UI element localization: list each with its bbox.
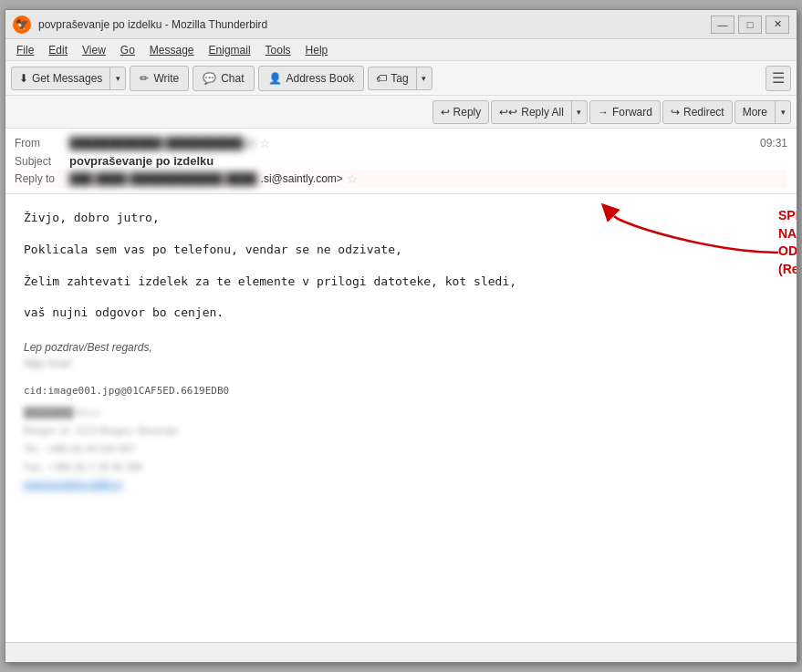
titlebar: 🦅 povpraševanje po izdelku - Mozilla Thu… — [5, 10, 797, 39]
email-paragraph2: Želim zahtevati izdelek za te elemente v… — [24, 273, 778, 292]
window-title: povpraševanje po izdelku - Mozilla Thund… — [38, 18, 711, 31]
signature-name: Mija Hrad — [24, 357, 778, 370]
reply-to-value: ███ ████ ████████████ ████ .si@saintly.c… — [69, 171, 384, 186]
from-value: ████████████ ██████████.si ☆ — [69, 136, 760, 150]
company-name: ███████ d.o.o. — [24, 404, 778, 422]
main-window: 🦅 povpraševanje po izdelku - Mozilla Thu… — [5, 9, 797, 663]
more-dropdown-icon[interactable]: ▾ — [776, 101, 790, 123]
menu-edit[interactable]: Edit — [41, 42, 75, 58]
cid-text: cid:image001.jpg@01CAF5ED.6619EDB0 — [24, 385, 778, 397]
tag-dropdown-icon[interactable]: ▾ — [417, 67, 432, 89]
write-label: Write — [153, 72, 179, 85]
toolbar-menu-button[interactable]: ☰ — [766, 66, 791, 91]
tag-button[interactable]: 🏷 Tag ▾ — [368, 67, 432, 90]
minimize-button[interactable]: — — [711, 16, 734, 34]
statusbar — [5, 642, 797, 662]
app-icon: 🦅 — [13, 16, 31, 34]
reply-label: Reply — [453, 106, 482, 119]
tag-label: Tag — [391, 72, 408, 85]
redirect-button[interactable]: ↪ Redirect — [662, 100, 733, 124]
menu-go[interactable]: Go — [113, 42, 142, 58]
signature-text: Lep pozdrav/Best regards, — [24, 341, 152, 354]
email-greeting: Živjo, dobro jutro, — [24, 209, 778, 228]
reply-to-star-icon[interactable]: ☆ — [347, 171, 359, 186]
reply-to-row: Reply to ███ ████ ████████████ ████ .si@… — [15, 170, 787, 188]
email-paragraph3: vaš nujni odgovor bo cenjen. — [24, 304, 778, 323]
company-info: ███████ d.o.o. Bregov 14, 1213 Bregov, S… — [24, 404, 778, 494]
chat-icon: 💬 — [203, 72, 216, 85]
from-star-icon[interactable]: ☆ — [259, 136, 271, 150]
email-time: 09:31 — [760, 137, 787, 150]
menu-file[interactable]: File — [9, 42, 41, 58]
company-address: Bregov 14, 1213 Bregov, Slovenija — [24, 422, 778, 440]
menu-view[interactable]: View — [75, 42, 113, 58]
close-button[interactable]: ✕ — [766, 16, 789, 34]
more-label: More — [743, 106, 767, 119]
email-paragraph1: Poklicala sem vas po telefonu, vendar se… — [24, 241, 778, 260]
menu-tools[interactable]: Tools — [258, 42, 298, 58]
reply-icon: ↩ — [441, 106, 450, 119]
address-book-label: Address Book — [286, 72, 355, 85]
subject-label: Subject — [15, 155, 69, 168]
from-address: ████████████ ██████████.si — [69, 137, 254, 150]
reply-all-button[interactable]: ↩↩ Reply All ▾ — [491, 100, 588, 124]
reply-to-label: Reply to — [15, 172, 69, 185]
tag-icon: 🏷 — [376, 72, 387, 85]
chat-button[interactable]: 💬 Chat — [193, 66, 254, 91]
get-messages-icon: ⬇ — [19, 72, 28, 85]
email-header: From ████████████ ██████████.si ☆ 09:31 … — [5, 129, 797, 194]
address-book-icon: 👤 — [268, 72, 282, 85]
reply-to-domain: .si@saintly.com> — [261, 172, 343, 185]
get-messages-dropdown-icon[interactable]: ▾ — [110, 67, 125, 89]
from-row: From ████████████ ██████████.si ☆ 09:31 — [15, 134, 787, 152]
reply-all-dropdown-icon[interactable]: ▾ — [572, 101, 587, 123]
reply-to-arrow-indicator — [366, 171, 384, 186]
menu-enigmail[interactable]: Enigmail — [202, 42, 258, 58]
email-signature: Lep pozdrav/Best regards, — [24, 341, 778, 354]
from-label: From — [15, 137, 69, 150]
redirect-icon: ↪ — [671, 106, 680, 119]
company-tel: Tel.: +386 (0) 40 520 867 — [24, 440, 778, 459]
forward-icon: → — [598, 106, 609, 119]
window-controls: — □ ✕ — [711, 16, 789, 34]
redirect-label: Redirect — [683, 106, 724, 119]
forward-label: Forward — [612, 106, 652, 119]
company-fax: Fax.: +386 (0) 1 26 96 286 — [24, 459, 778, 477]
subject-value: povpraševanje po izdelku — [69, 154, 787, 168]
menubar: File Edit View Go Message Enigmail Tools… — [5, 39, 797, 61]
reply-all-label: Reply All — [521, 106, 564, 119]
sig-name-text: Mija Hrad — [24, 357, 70, 370]
reply-to-address-blurred: ███ ████ ████████████ ████ — [69, 172, 257, 185]
get-messages-button[interactable]: ⬇ Get Messages ▾ — [11, 67, 126, 90]
forward-button[interactable]: → Forward — [589, 100, 661, 124]
address-book-button[interactable]: 👤 Address Book — [258, 66, 365, 91]
write-icon: ✏ — [140, 72, 149, 85]
subject-row: Subject povpraševanje po izdelku — [15, 152, 787, 170]
reply-all-icon: ↩↩ — [499, 106, 517, 119]
write-button[interactable]: ✏ Write — [130, 66, 189, 91]
maximize-button[interactable]: □ — [738, 16, 762, 34]
email-body: Živjo, dobro jutro, Poklicala sem vas po… — [24, 209, 778, 323]
menu-message[interactable]: Message — [142, 42, 202, 58]
get-messages-label: Get Messages — [32, 72, 102, 85]
reply-button[interactable]: ↩ Reply — [432, 100, 490, 124]
main-toolbar: ⬇ Get Messages ▾ ✏ Write 💬 Chat 👤 Addres… — [5, 61, 797, 96]
chat-label: Chat — [221, 72, 244, 85]
more-button[interactable]: More ▾ — [734, 100, 791, 124]
annotation-box: SPREMENJEN NASLOV ZAODGOVOR (Reply-To:) — [778, 207, 797, 278]
menu-help[interactable]: Help — [298, 42, 336, 58]
action-toolbar: ↩ Reply ↩↩ Reply All ▾ → Forward ↪ Redir… — [5, 96, 797, 129]
email-content-area: Živjo, dobro jutro, Poklicala sem vas po… — [5, 194, 797, 642]
company-website[interactable]: www.kovaček.sddfe.si — [24, 476, 778, 494]
